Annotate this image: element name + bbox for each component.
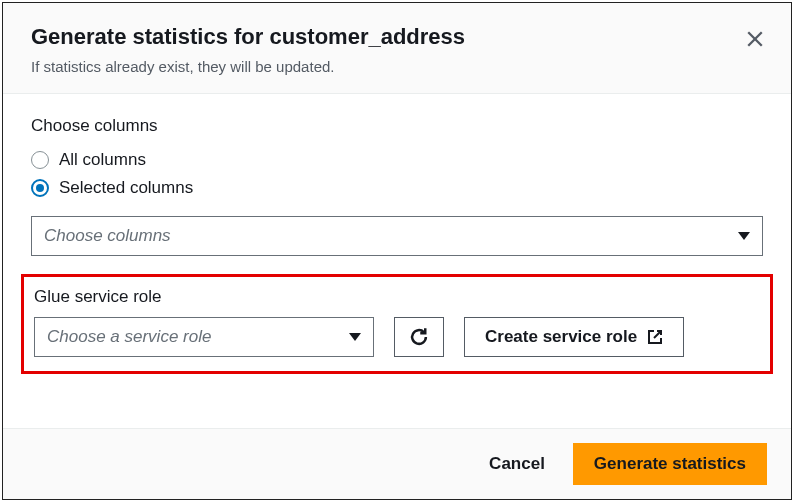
- modal-body: Choose columns All columns Selected colu…: [3, 94, 791, 428]
- service-role-select[interactable]: Choose a service role: [34, 317, 374, 357]
- button-label: Create service role: [485, 327, 637, 347]
- modal-subtitle: If statistics already exist, they will b…: [31, 58, 763, 75]
- radio-all-columns[interactable]: All columns: [31, 146, 763, 174]
- glue-role-highlight: Glue service role Choose a service role …: [21, 274, 773, 374]
- choose-columns-label: Choose columns: [31, 116, 763, 136]
- choose-columns-select[interactable]: Choose columns: [31, 216, 763, 256]
- select-placeholder: Choose columns: [44, 226, 171, 246]
- chevron-down-icon: [349, 333, 361, 341]
- refresh-icon: [409, 327, 429, 347]
- chevron-down-icon: [738, 232, 750, 240]
- refresh-button[interactable]: [394, 317, 444, 357]
- modal-header: Generate statistics for customer_address…: [3, 3, 791, 94]
- external-link-icon: [647, 329, 663, 345]
- glue-role-row: Choose a service role Create service rol…: [34, 317, 760, 357]
- radio-label: All columns: [59, 150, 146, 170]
- columns-radio-group: All columns Selected columns: [31, 146, 763, 202]
- create-service-role-button[interactable]: Create service role: [464, 317, 684, 357]
- radio-icon: [31, 151, 49, 169]
- generate-statistics-button[interactable]: Generate statistics: [573, 443, 767, 485]
- radio-icon: [31, 179, 49, 197]
- radio-label: Selected columns: [59, 178, 193, 198]
- glue-role-label: Glue service role: [34, 287, 760, 307]
- close-icon: [746, 30, 764, 48]
- modal-footer: Cancel Generate statistics: [3, 428, 791, 499]
- generate-statistics-modal: Generate statistics for customer_address…: [2, 2, 792, 500]
- cancel-button[interactable]: Cancel: [479, 446, 555, 482]
- close-button[interactable]: [743, 27, 767, 51]
- modal-title: Generate statistics for customer_address: [31, 23, 763, 52]
- select-placeholder: Choose a service role: [47, 327, 211, 347]
- svg-line-2: [654, 331, 661, 338]
- radio-selected-columns[interactable]: Selected columns: [31, 174, 763, 202]
